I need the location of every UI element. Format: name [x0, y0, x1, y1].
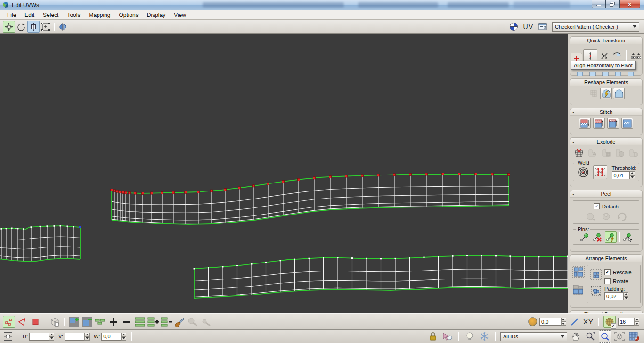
flatten-by-smoothing-group-button[interactable]	[573, 147, 585, 159]
rotate-elements-button[interactable]	[589, 284, 603, 297]
pan-button[interactable]	[570, 330, 582, 343]
distribute-4-button[interactable]	[625, 69, 636, 76]
face-mode-button[interactable]	[29, 316, 41, 328]
rescale-elements-button[interactable]	[589, 268, 603, 281]
flatten-by-mapping-button[interactable]	[614, 147, 626, 159]
edge-mode-button[interactable]	[16, 316, 28, 328]
relax-button[interactable]	[613, 88, 625, 99]
u-field[interactable]	[29, 333, 49, 341]
uv-editor-canvas[interactable]	[0, 34, 568, 313]
ring-grow-button[interactable]	[147, 316, 159, 328]
rotate-tool-button[interactable]	[15, 21, 27, 33]
rotate-checkbox[interactable]	[604, 278, 611, 284]
reset-peel-button[interactable]	[616, 211, 628, 222]
menu-display[interactable]: Display	[143, 11, 170, 19]
zoom-region-button[interactable]	[599, 330, 611, 343]
falloff-space-button[interactable]	[569, 316, 581, 328]
freeze-selected-button[interactable]	[478, 330, 490, 343]
highlight-selection-button[interactable]	[464, 330, 476, 343]
menu-file[interactable]: File	[3, 11, 20, 19]
menu-view[interactable]: View	[170, 11, 190, 19]
collapse-button[interactable]: -	[570, 191, 577, 197]
space-vertically-button[interactable]	[574, 69, 586, 76]
peel-mode-button[interactable]	[600, 211, 612, 222]
falloff-spinner[interactable]	[561, 318, 566, 326]
pin-selected-button[interactable]	[579, 231, 590, 243]
show-map-button[interactable]	[508, 21, 520, 33]
grid-snap-button[interactable]	[628, 330, 640, 343]
w-spinner[interactable]	[121, 333, 126, 341]
paint-select-shrink-button[interactable]	[200, 316, 212, 328]
flatten-by-material-id-button[interactable]	[600, 147, 612, 159]
lock-selection-button[interactable]	[427, 330, 439, 343]
zoom-button[interactable]	[584, 330, 596, 343]
stitch-selected-button[interactable]	[621, 118, 633, 129]
mirror-tool-button[interactable]	[57, 21, 69, 33]
menu-mapping[interactable]: Mapping	[84, 11, 114, 19]
menu-tools[interactable]: Tools	[63, 11, 84, 19]
falloff-axis-label[interactable]: XY	[583, 318, 594, 326]
straighten-selection-button[interactable]	[587, 88, 599, 99]
padding-field[interactable]: 0,02	[604, 292, 623, 300]
select-edge-loop-button[interactable]	[94, 316, 106, 328]
collapse-button[interactable]: -	[570, 38, 577, 43]
select-edge-ring-button[interactable]	[134, 316, 146, 328]
pin-select-button[interactable]	[622, 231, 634, 243]
target-weld-button[interactable]	[576, 165, 590, 179]
texture-list-dropdown[interactable]: CheckerPattern ( Checker )	[552, 22, 639, 32]
collapse-button[interactable]: -	[570, 255, 577, 261]
rescale-checkbox[interactable]: ✓	[604, 269, 611, 275]
loop-shrink-button[interactable]	[121, 316, 133, 328]
collapse-button[interactable]: -	[570, 80, 577, 85]
falloff-field[interactable]: 0,0	[539, 318, 561, 326]
loop-grow-button[interactable]	[107, 316, 120, 328]
move-tool-button[interactable]	[3, 21, 15, 33]
grow-selection-button[interactable]	[68, 316, 80, 328]
pack-normalize-button[interactable]	[571, 265, 586, 279]
vertex-mode-button[interactable]	[3, 316, 15, 328]
menu-edit[interactable]: Edit	[20, 11, 39, 19]
zoom-extents-button[interactable]	[613, 330, 626, 343]
paint-select-grow-button[interactable]	[187, 316, 199, 328]
grid-size-field[interactable]: 16	[618, 318, 634, 326]
close-button[interactable]: x	[619, 0, 640, 8]
ring-shrink-button[interactable]	[160, 316, 172, 328]
detach-checkbox[interactable]: ✓	[594, 203, 600, 209]
space-horizontally-button[interactable]	[630, 50, 642, 62]
restore-button[interactable]	[605, 0, 619, 8]
relax-until-flat-button[interactable]	[600, 88, 612, 99]
stitch-to-target-button[interactable]	[593, 118, 605, 129]
weld-threshold-field[interactable]: 0,01	[612, 171, 630, 179]
v-spinner[interactable]	[84, 333, 90, 341]
snap-toggle-button[interactable]: ✓	[603, 316, 616, 328]
weld-threshold-spinner[interactable]	[630, 171, 635, 179]
stitch-to-source-button[interactable]	[607, 118, 619, 129]
minimize-button[interactable]	[592, 0, 605, 8]
u-spinner[interactable]	[49, 333, 54, 341]
v-field[interactable]	[65, 333, 84, 341]
uv-options-button[interactable]	[537, 21, 549, 33]
collapse-button[interactable]: -	[570, 311, 577, 314]
pack-together-button[interactable]	[571, 283, 586, 297]
quick-peel-button[interactable]	[585, 211, 596, 222]
flatten-custom-button[interactable]	[628, 147, 639, 159]
select-element-button[interactable]	[49, 316, 61, 328]
pin-tool-button[interactable]	[605, 231, 617, 243]
unpin-selected-button[interactable]	[592, 231, 603, 243]
align-to-edge-button[interactable]	[598, 50, 610, 62]
menu-select[interactable]: Select	[39, 11, 63, 19]
grid-size-spinner[interactable]	[634, 318, 639, 326]
material-id-dropdown[interactable]: All IDs	[500, 332, 567, 341]
distribute-3-button[interactable]	[612, 69, 624, 76]
collapse-button[interactable]: -	[570, 109, 577, 115]
absolute-mode-button[interactable]	[2, 331, 14, 342]
shrink-selection-button[interactable]	[81, 316, 93, 328]
padding-spinner[interactable]	[623, 292, 628, 300]
orient-to-edge-button[interactable]	[611, 50, 623, 62]
menu-options[interactable]: Options	[114, 11, 142, 19]
w-field[interactable]: 0,0	[101, 333, 121, 341]
distribute-2-button[interactable]	[599, 69, 611, 76]
paint-select-button[interactable]	[173, 316, 186, 328]
freeform-tool-button[interactable]	[40, 21, 52, 33]
uv-coords-label[interactable]: UV	[523, 23, 533, 31]
